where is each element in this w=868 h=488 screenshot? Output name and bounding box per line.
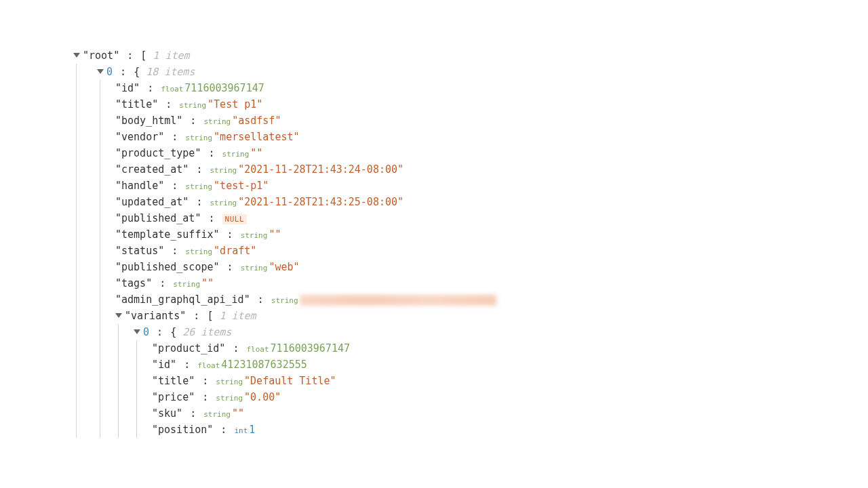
- type-tag: string: [185, 182, 212, 191]
- null-badge: NULL: [222, 214, 248, 224]
- chevron-down-icon[interactable]: [134, 329, 140, 334]
- type-tag: string: [185, 134, 212, 142]
- tree-leaf-row[interactable]: "product_id" : float7116003967147: [152, 340, 868, 357]
- type-tag: float: [161, 85, 183, 94]
- type-tag: string: [241, 231, 268, 240]
- bracket-open: {: [134, 66, 140, 78]
- node-key: "published_at": [115, 212, 201, 224]
- node-value: "": [250, 147, 262, 159]
- item-count: 18 items: [146, 66, 195, 78]
- node-key: "price": [152, 391, 195, 403]
- node-key: "published_scope": [115, 261, 220, 273]
- node-value: "draft": [214, 245, 256, 257]
- bracket-open: {: [170, 326, 176, 338]
- node-key: "created_at": [115, 163, 189, 176]
- tree-leaf-row[interactable]: "id" : float41231087632555: [152, 357, 868, 373]
- node-value: "asdfsf": [232, 115, 281, 127]
- type-tag: string: [216, 394, 243, 403]
- node-key: "product_type": [115, 147, 201, 159]
- type-tag: string: [203, 117, 231, 126]
- tree-leaf-row[interactable]: "title" : string"Test p1": [115, 96, 868, 113]
- node-key: "title": [152, 375, 195, 387]
- tree-leaf-row[interactable]: "updated_at" : string"2021-11-28T21:43:2…: [115, 194, 868, 210]
- tree-leaf-row[interactable]: "admin_graphql_api_id" : string: [115, 291, 868, 308]
- node-key: "product_id": [152, 342, 225, 354]
- node-key: "template_suffix": [115, 228, 220, 241]
- node-value: "test-p1": [214, 180, 269, 192]
- node-key: "status": [115, 245, 164, 257]
- item-count: 1 item: [219, 310, 256, 322]
- type-tag: float: [197, 361, 220, 370]
- tree-node-array-item[interactable]: 0 : { 18 items: [97, 64, 868, 80]
- node-value: "": [232, 407, 244, 420]
- node-key: "vendor": [115, 131, 164, 143]
- bracket-open: [: [207, 310, 213, 322]
- tree-node-array-item[interactable]: 0 : { 26 items: [134, 324, 868, 340]
- type-tag: string: [203, 410, 231, 419]
- chevron-down-icon[interactable]: [97, 69, 104, 74]
- node-key: "position": [152, 424, 213, 436]
- node-key: "id": [152, 359, 176, 371]
- node-index: 0: [143, 326, 149, 338]
- type-tag: string: [179, 101, 206, 110]
- node-value: "2021-11-28T21:43:24-08:00": [238, 163, 403, 176]
- json-tree-viewer: "root" : [ 1 item 0 : { 18 items "id" : …: [0, 0, 868, 438]
- node-value: "Default Title": [244, 375, 336, 387]
- tree-leaf-row[interactable]: "created_at" : string"2021-11-28T21:43:2…: [115, 161, 868, 178]
- node-key: "id": [115, 82, 140, 94]
- chevron-down-icon[interactable]: [115, 313, 122, 318]
- type-tag: string: [222, 150, 250, 159]
- node-key: "variants": [125, 310, 186, 322]
- node-key: "title": [115, 98, 158, 110]
- type-tag: string: [216, 378, 243, 386]
- node-value: 1: [249, 424, 255, 436]
- tree-leaf-row[interactable]: "price" : string"0.00": [152, 389, 868, 405]
- node-value: 41231087632555: [221, 359, 307, 371]
- tree-leaf-row[interactable]: "published_at" : NULL: [115, 210, 868, 226]
- type-tag: string: [241, 264, 268, 272]
- tree-leaf-row[interactable]: "id" : float7116003967147: [115, 80, 868, 96]
- type-tag: string: [271, 296, 298, 305]
- type-tag: string: [173, 280, 200, 289]
- node-value: "": [201, 277, 214, 289]
- chevron-down-icon[interactable]: [73, 53, 80, 58]
- node-value: "web": [269, 261, 299, 273]
- tree-leaf-row[interactable]: "product_type" : string"": [115, 145, 868, 161]
- tree-leaf-row[interactable]: "template_suffix" : string"": [115, 226, 868, 243]
- node-key: "sku": [152, 407, 182, 420]
- type-tag: string: [210, 166, 237, 175]
- node-value: "2021-11-28T21:43:25-08:00": [238, 196, 403, 208]
- tree-leaf-row[interactable]: "vendor" : string"mersellatest": [115, 129, 868, 145]
- tree-leaf-row[interactable]: "sku" : string"": [152, 405, 868, 422]
- type-tag: float: [246, 345, 269, 354]
- tree-leaf-row[interactable]: "title" : string"Default Title": [152, 373, 868, 389]
- node-value: "": [269, 228, 281, 241]
- type-tag: string: [185, 247, 212, 256]
- node-value: 7116003967147: [271, 342, 350, 354]
- node-value: "Test p1": [208, 98, 262, 110]
- node-key: "updated_at": [115, 196, 189, 208]
- node-key: "tags": [115, 277, 152, 289]
- node-value: 7116003967147: [184, 82, 264, 94]
- tree-leaf-row[interactable]: "tags" : string"": [115, 275, 868, 291]
- tree-leaf-row[interactable]: "body_html" : string"asdfsf": [115, 113, 868, 129]
- node-index: 0: [106, 66, 113, 78]
- item-count: 26 items: [182, 326, 231, 338]
- redacted-value: [300, 295, 496, 306]
- tree-leaf-row[interactable]: "status" : string"draft": [115, 243, 868, 259]
- node-key: "body_html": [115, 115, 182, 127]
- tree-leaf-row[interactable]: "position" : int1: [152, 422, 868, 438]
- type-tag: int: [234, 426, 248, 435]
- type-tag: string: [210, 199, 237, 207]
- bracket-open: [: [140, 49, 146, 62]
- tree-leaf-row[interactable]: "handle" : string"test-p1": [115, 178, 868, 194]
- node-value: "mersellatest": [214, 131, 299, 143]
- item-count: 1 item: [153, 49, 189, 62]
- node-key: "admin_graphql_api_id": [115, 293, 250, 306]
- tree-node-variants[interactable]: "variants" : [ 1 item: [115, 308, 868, 324]
- node-value: "0.00": [244, 391, 281, 403]
- node-key: "handle": [115, 180, 164, 192]
- tree-leaf-row[interactable]: "published_scope" : string"web": [115, 259, 868, 275]
- node-key: "root": [83, 49, 119, 62]
- tree-node-root[interactable]: "root" : [ 1 item: [73, 47, 868, 64]
